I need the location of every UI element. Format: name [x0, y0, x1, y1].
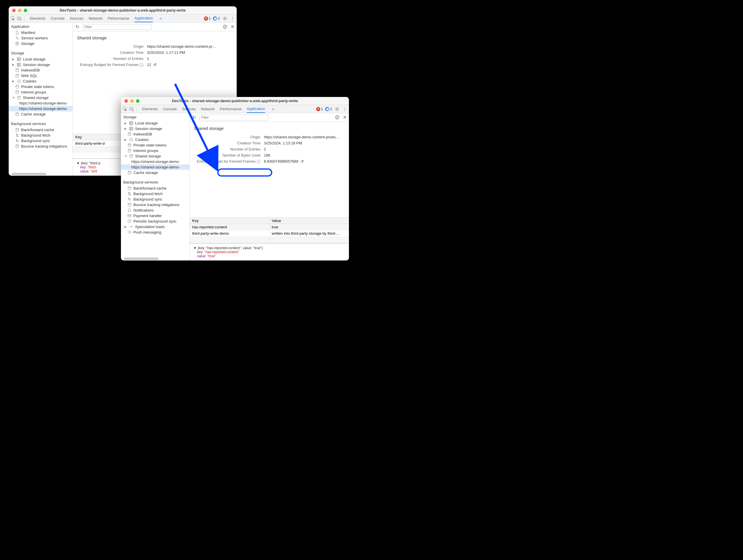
table-row-empty — [190, 237, 349, 243]
tab-elements[interactable]: Elements — [30, 14, 45, 22]
scrollbar[interactable] — [124, 258, 159, 260]
kebab-icon[interactable]: ⋮ — [342, 106, 347, 112]
sidebar-item-interest-groups[interactable]: Interest groups — [9, 89, 73, 95]
reload-icon: ↻ — [15, 139, 19, 143]
sidebar-item-service-workers[interactable]: Service workers — [9, 35, 73, 41]
more-tabs-icon[interactable]: » — [158, 16, 163, 21]
sidebar-item-cookies[interactable]: ▶Cookies — [121, 137, 189, 142]
devtools-window-b: DevTools - shared-storage-demo-publisher… — [121, 97, 349, 260]
error-badge[interactable]: ✕1 — [204, 16, 211, 20]
info-badge[interactable]: ▣2 — [213, 16, 220, 20]
sidebar-item-cookies[interactable]: ▶Cookies — [9, 78, 73, 84]
close-icon[interactable]: ✕ — [230, 24, 235, 30]
filter-input[interactable] — [82, 24, 151, 30]
sidebar-item-cache-storage[interactable]: Cache storage — [9, 112, 73, 117]
sidebar-item-shared-storage-origin-a[interactable]: https://shared-storage-demo- — [9, 100, 73, 106]
tab-elements[interactable]: Elements — [142, 105, 158, 113]
table-cell-value[interactable]: true — [269, 224, 349, 230]
info-icon[interactable]: i — [257, 160, 260, 164]
sidebar-item-storage[interactable]: Storage — [9, 41, 73, 46]
tab-network[interactable]: Network — [89, 14, 103, 22]
tab-sources[interactable]: Sources — [182, 105, 196, 113]
sidebar-item-private-state-tokens[interactable]: Private state tokens — [9, 84, 73, 89]
sidebar-item-bounce-tracking[interactable]: Bounce tracking mitigations — [121, 202, 189, 208]
sidebar-item-session-storage[interactable]: ▶Session storage — [9, 62, 73, 68]
table-cell-key[interactable]: has-reported-content — [190, 224, 269, 230]
sidebar-item-background-sync[interactable]: ↻Background sync — [121, 197, 189, 202]
gear-icon[interactable] — [335, 106, 340, 112]
inspect-icon[interactable] — [10, 16, 16, 21]
database-icon — [15, 90, 19, 94]
error-badge[interactable]: ✕1 — [316, 107, 323, 111]
sidebar-item-interest-groups[interactable]: Interest groups — [121, 148, 189, 154]
key-column-header[interactable]: Key — [190, 218, 269, 224]
table-cell-key[interactable]: third-party-write-demo — [190, 230, 269, 236]
sidebar-item-payment-handler[interactable]: Payment handler — [121, 213, 189, 218]
undo-icon[interactable]: ↺ — [301, 159, 304, 164]
tab-network[interactable]: Network — [201, 105, 215, 113]
sidebar-item-back-forward-cache[interactable]: Back/forward cache — [121, 185, 189, 191]
sidebar-item-indexeddb[interactable]: IndexedDB — [121, 131, 189, 137]
svg-line-43 — [336, 116, 338, 119]
reload-icon[interactable]: ↻ — [191, 115, 197, 120]
sidebar-item-bounce-tracking[interactable]: Bounce tracking mitigations — [9, 143, 73, 149]
scrollbar[interactable] — [11, 173, 46, 175]
detail-pane: ▼ {key: "has-reported-content", value: "… — [190, 244, 349, 260]
svg-point-3 — [224, 18, 225, 19]
device-toggle-icon[interactable] — [129, 106, 134, 112]
svg-point-31 — [130, 139, 131, 140]
info-badge[interactable]: ▣2 — [325, 107, 332, 111]
tab-performance[interactable]: Performance — [107, 14, 129, 22]
sidebar-item-background-fetch[interactable]: ⇅Background fetch — [121, 191, 189, 197]
sidebar-item-indexeddb[interactable]: IndexedDB — [9, 68, 73, 73]
origin-value: https://shared-storage-demo-content-pr… — [147, 44, 216, 49]
card-icon — [127, 214, 132, 218]
sidebar-item-websql[interactable]: Web SQL — [9, 73, 73, 78]
sidebar-item-speculative-loads[interactable]: ▶⤳Speculative loads — [121, 224, 189, 229]
sidebar-item-local-storage[interactable]: ▶Local storage — [121, 120, 189, 126]
filter-input[interactable] — [199, 115, 268, 120]
clear-icon[interactable] — [222, 24, 227, 30]
sidebar-item-shared-storage-origin-a[interactable]: https://shared-storage-demo- — [121, 159, 189, 164]
tab-application[interactable]: Application — [135, 14, 153, 22]
detail-line: ▼ {key: "has-reported-content", value: "… — [193, 246, 345, 250]
arrow-icon: ⤳ — [129, 225, 133, 229]
sidebar-item-push-messaging[interactable]: Push messaging — [121, 229, 189, 235]
close-icon[interactable]: ✕ — [342, 115, 347, 120]
sidebar-item-local-storage[interactable]: ▶Local storage — [9, 56, 73, 62]
sidebar-item-background-sync[interactable]: ↻Background sync — [9, 138, 73, 143]
storage-section: Storage — [9, 49, 73, 56]
sidebar-item-shared-storage[interactable]: ▼Shared storage — [121, 154, 189, 159]
undo-icon[interactable]: ↺ — [154, 62, 157, 67]
sidebar-item-periodic-sync[interactable]: Periodic background sync — [121, 218, 189, 224]
svg-point-29 — [128, 133, 131, 134]
database-icon — [15, 41, 19, 46]
sidebar-item-private-state-tokens[interactable]: Private state tokens — [121, 142, 189, 148]
sidebar-item-shared-storage-origin-b[interactable]: https://shared-storage-demo- — [121, 164, 189, 170]
sidebar-item-cache-storage[interactable]: Cache storage — [121, 170, 189, 175]
tab-console[interactable]: Console — [163, 105, 177, 113]
tab-sources[interactable]: Sources — [70, 14, 84, 22]
table-cell-value[interactable]: written into third-party storage by thir… — [269, 230, 349, 236]
sidebar-item-shared-storage[interactable]: ▼Shared storage — [9, 95, 73, 100]
kebab-icon[interactable]: ⋮ — [230, 16, 235, 21]
tab-performance[interactable]: Performance — [220, 105, 241, 113]
more-tabs-icon[interactable]: » — [270, 106, 275, 112]
sidebar-item-manifest[interactable]: Manifest — [9, 30, 73, 35]
tab-console[interactable]: Console — [51, 14, 64, 22]
sidebar-item-background-fetch[interactable]: ⇅Background fetch — [9, 133, 73, 138]
device-toggle-icon[interactable] — [17, 16, 22, 21]
grid-icon — [17, 57, 21, 61]
info-icon[interactable]: i — [140, 63, 143, 67]
value-column-header[interactable]: Value — [269, 218, 349, 224]
entropy-budget-value: 12 ↺ — [147, 62, 157, 67]
reload-icon[interactable]: ↻ — [75, 24, 80, 30]
sidebar-item-notifications[interactable]: Notifications — [121, 208, 189, 213]
clear-icon[interactable] — [335, 115, 340, 120]
inspect-icon[interactable] — [123, 106, 128, 112]
sidebar-item-session-storage[interactable]: ▶Session storage — [121, 126, 189, 131]
tab-application[interactable]: Application — [247, 105, 265, 113]
sidebar-item-shared-storage-origin-b[interactable]: https://shared-storage-demo- — [9, 106, 73, 112]
gear-icon[interactable] — [222, 16, 227, 21]
sidebar-item-back-forward-cache[interactable]: Back/forward cache — [9, 127, 73, 133]
